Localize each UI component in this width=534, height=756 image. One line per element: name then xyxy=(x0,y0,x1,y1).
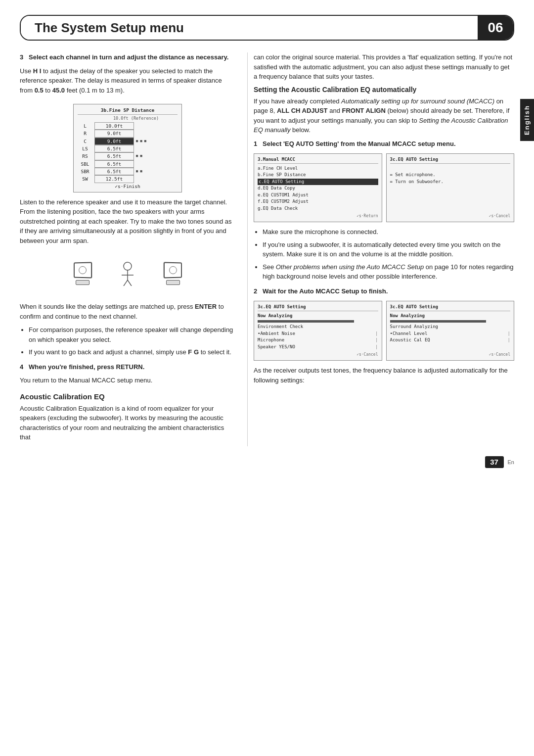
left-bullets: For comparison purposes, the reference s… xyxy=(29,325,235,357)
page-title-area: The System Setup menu xyxy=(21,16,478,40)
right-bullet-1: Make sure the microphone is connected. xyxy=(263,227,514,237)
step4-heading: 4 When you're finished, press RETURN. xyxy=(20,362,235,372)
eq-auto-item2: = Set microphone. xyxy=(390,172,511,179)
cancel-btn: ✓s·Cancel xyxy=(390,213,511,219)
eq-auto-item3: = Turn on Subwoofer. xyxy=(390,179,511,186)
step1-heading: 1 Select 'EQ AUTO Setting' from the Manu… xyxy=(254,139,514,149)
finish-btn: ✓s·Finish xyxy=(78,183,178,189)
analyzing-screen-pair: 3c.EQ AUTO Setting Now Analyzing Environ… xyxy=(254,301,514,361)
svg-point-0 xyxy=(124,262,132,270)
matched-text: When it sounds like the delay settings a… xyxy=(20,302,235,321)
analyze-right-channel: •Channel Level| xyxy=(390,331,511,337)
page-header: The System Setup menu 06 xyxy=(20,15,514,41)
english-tab: English xyxy=(520,99,534,141)
sp-row-RS: RS 6.5ft ■ ■ xyxy=(78,152,178,160)
analyze-right-surround: Surround Analyzing xyxy=(390,324,511,331)
menu-item-6: f.EQ CUSTOM2 Adjust xyxy=(258,198,378,205)
svg-line-4 xyxy=(128,280,132,286)
sp-distance-header: 10.0ft (Reference) xyxy=(78,116,178,122)
left-bullet-2: If you want to go back and adjust a chan… xyxy=(29,347,235,357)
step2-body: As the receiver outputs test tones, the … xyxy=(254,366,514,385)
sp-distance-screen-container: 3b.Fine SP Distance 10.0ft (Reference) L… xyxy=(20,99,235,197)
right-bullets: Make sure the microphone is connected. I… xyxy=(263,227,514,282)
svg-line-3 xyxy=(124,280,128,286)
analyzing-screen-left: 3c.EQ AUTO Setting Now Analyzing Environ… xyxy=(254,301,382,361)
step3-body2: Listen to the reference speaker and use … xyxy=(20,197,235,246)
left-column: 3 Select each channel in turn and adjust… xyxy=(20,52,247,446)
step2-heading: 2 Wait for the Auto MCACC Setup to finis… xyxy=(254,286,514,296)
sp-row-C: C 9.0ft ■ ■ ■ xyxy=(78,138,178,145)
analyze-left-now: Now Analyzing xyxy=(258,313,378,320)
right-column: can color the original source material. … xyxy=(247,52,514,446)
sp-row-R: R 9.0ft xyxy=(78,130,178,137)
analyze-left-title: 3c.EQ AUTO Setting xyxy=(258,304,378,311)
eq-auto-setting-screen: 3c.EQ AUTO Setting = Set microphone. = T… xyxy=(386,153,515,222)
sp-row-SW: SW 12.5ft xyxy=(78,175,178,183)
page-title: The System Setup menu xyxy=(35,20,184,36)
analyze-left-noise: •Ambient Noise| xyxy=(258,331,378,337)
step3-heading: 3 Select each channel in turn and adjust… xyxy=(20,52,235,62)
step3-body1: Use H I to adjust the delay of the speak… xyxy=(20,66,235,95)
analyze-left-env: Environment Check xyxy=(258,324,378,331)
setting-heading: Setting the Acoustic Calibration EQ auto… xyxy=(254,86,514,94)
page-number: 37 xyxy=(485,456,504,468)
sp-row-L: L 10.0ft xyxy=(78,122,178,130)
eq-auto-item7 xyxy=(390,205,511,212)
analyze-right-bar xyxy=(390,320,487,323)
page-footer: 37 En xyxy=(20,456,514,468)
main-content: 3 Select each channel in turn and adjust… xyxy=(20,52,514,446)
eq-auto-item5 xyxy=(390,192,511,199)
eq-auto-item4 xyxy=(390,185,511,192)
menu-item-5: e.EQ CUSTOM1 Adjust xyxy=(258,192,378,199)
setting-body1: If you have already completed Automatica… xyxy=(254,96,514,135)
manual-mcacc-screen-pair: 3.Manual MCACC a.Fine CH Level b.Fine SP… xyxy=(254,153,514,222)
analyze-left-bar xyxy=(258,320,354,323)
menu-item-4: d.EQ Data Copy xyxy=(258,185,378,192)
menu-item-3-highlighted: c.EQ AUTO Setting xyxy=(258,179,378,186)
eq-auto-item6 xyxy=(390,198,511,205)
sp-row-LS: LS 6.5ft xyxy=(78,145,178,152)
return-btn: ✓s·Return xyxy=(258,213,378,219)
analyze-left-cancel: ✓s·Cancel xyxy=(258,352,378,358)
sp-row-SBR: SBR 6.5ft ■ ■ xyxy=(78,168,178,175)
speaker-diagram xyxy=(20,251,235,296)
person-icon xyxy=(117,261,139,286)
acoustic-body1: Acoustic Calibration Equalization is a k… xyxy=(20,404,235,442)
analyze-left-speaker: Speaker YES/NO| xyxy=(258,344,378,351)
step4-body: You return to the Manual MCACC setup men… xyxy=(20,376,235,385)
analyze-right-acoustic: Acoustic Cal EQ| xyxy=(390,337,511,344)
menu-item-1: a.Fine CH Level xyxy=(258,165,378,172)
menu-item-7: g.EQ Data Check xyxy=(258,205,378,212)
page-number-badge: 06 xyxy=(478,16,513,40)
acoustic-section-heading: Acoustic Calibration EQ xyxy=(20,392,235,401)
eq-auto-title: 3c.EQ AUTO Setting xyxy=(390,156,511,164)
eq-auto-item1 xyxy=(390,165,511,172)
sp-distance-screen: 3b.Fine SP Distance 10.0ft (Reference) L… xyxy=(73,104,182,192)
sp-distance-title: 3b.Fine SP Distance xyxy=(78,107,178,115)
analyze-left-mic: Microphone| xyxy=(258,337,378,344)
menu-item-2: b.Fine SP Distance xyxy=(258,172,378,179)
right-bullet-2: If you're using a subwoofer, it is autom… xyxy=(263,240,514,259)
manual-mcacc-screen: 3.Manual MCACC a.Fine CH Level b.Fine SP… xyxy=(254,153,382,222)
continuation-text: can color the original source material. … xyxy=(254,52,514,82)
left-bullet-1: For comparison purposes, the reference s… xyxy=(29,325,235,344)
analyze-right-blank xyxy=(390,344,511,351)
analyzing-screen-right: 3c.EQ AUTO Setting Now Analyzing Surroun… xyxy=(386,301,515,361)
right-bullet-3: See Other problems when using the Auto M… xyxy=(263,262,514,282)
sp-row-SBL: SBL 6.5ft xyxy=(78,160,178,168)
analyze-right-title: 3c.EQ AUTO Setting xyxy=(390,304,511,311)
language-label: En xyxy=(508,459,514,465)
manual-mcacc-title: 3.Manual MCACC xyxy=(258,156,378,164)
analyze-right-cancel: ✓s·Cancel xyxy=(390,352,511,358)
analyze-right-now: Now Analyzing xyxy=(390,313,511,320)
